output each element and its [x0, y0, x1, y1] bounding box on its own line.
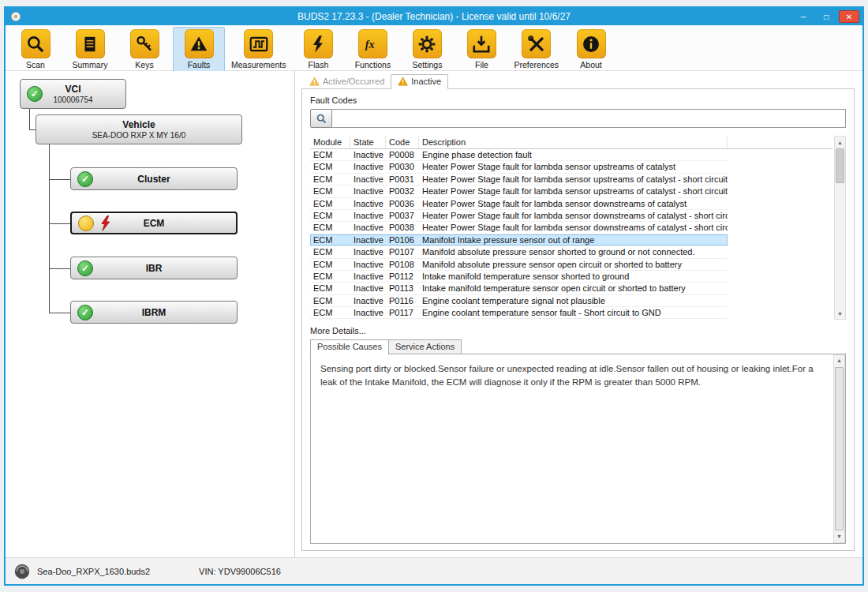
status-warning-icon	[78, 215, 94, 231]
table-row[interactable]: ECM Inactive P0031 Heater Power Stage fa…	[310, 174, 728, 185]
toolbar-functions[interactable]: fx Functions	[347, 28, 398, 71]
tab-service-actions[interactable]: Service Actions	[388, 339, 462, 354]
toolbar-about[interactable]: About	[566, 28, 616, 71]
toolbar-summary[interactable]: Summary	[65, 28, 115, 71]
table-row[interactable]: ECM Inactive P0008 Engine phase detectio…	[310, 149, 728, 161]
column-header-state[interactable]: State	[350, 136, 386, 148]
toolbar-label: Scan	[26, 60, 45, 69]
toolbar-measurements[interactable]: Measurements	[228, 28, 289, 71]
cell-description: Engine coolant temperature signal not pl…	[419, 295, 728, 306]
titlebar[interactable]: BUDS2 17.23.3 - (Dealer Technician) - Li…	[6, 8, 862, 25]
details-text: Sensing port dirty or blocked.Sensor fai…	[320, 364, 814, 387]
summary-icon	[76, 29, 105, 58]
node-title: IBRM	[142, 307, 166, 318]
tree-node-ibr[interactable]: ✓ IBR	[70, 257, 238, 279]
toolbar-faults[interactable]: Faults	[174, 28, 224, 71]
scroll-up-icon[interactable]: ▲	[835, 137, 845, 148]
cell-state: Inactive	[350, 161, 386, 172]
maximize-button[interactable]: □	[816, 10, 836, 23]
column-header-filler	[728, 136, 832, 148]
scroll-down-icon[interactable]: ▼	[834, 531, 844, 542]
measurements-icon	[244, 29, 273, 58]
table-row[interactable]: ECM Inactive P0112 Intake manifold tempe…	[310, 271, 728, 283]
tree-connector	[49, 179, 70, 180]
table-row[interactable]: ECM Inactive P0116 Engine coolant temper…	[310, 295, 728, 307]
fault-codes-title: Fault Codes	[310, 96, 846, 105]
toolbar-flash[interactable]: Flash	[293, 28, 343, 71]
scrollbar-thumb[interactable]	[836, 148, 844, 183]
scan-icon	[21, 29, 51, 58]
flash-icon	[304, 29, 333, 58]
cell-description: Heater Power Stage fault for lambda sens…	[419, 161, 728, 172]
toolbar-file[interactable]: File	[456, 28, 507, 71]
tab-active-occurred[interactable]: Active/Occurred	[303, 75, 391, 88]
tree-node-vci[interactable]: ✓ VCI 100006754	[20, 79, 126, 109]
minimize-button[interactable]: ─	[793, 10, 814, 23]
node-title: IBR	[146, 263, 163, 274]
cell-code: P0117	[386, 307, 419, 318]
tree-node-ecm[interactable]: ECM	[70, 212, 238, 234]
cell-state: Inactive	[350, 295, 386, 306]
table-row[interactable]: ECM Inactive P0107 Manifold absolute pre…	[310, 246, 728, 258]
toolbar-preferences[interactable]: Preferences	[511, 28, 562, 71]
tab-label: Inactive	[411, 77, 441, 86]
table-row[interactable]: ECM Inactive P0030 Heater Power Stage fa…	[310, 161, 728, 173]
node-title: Vehicle	[122, 119, 155, 130]
functions-icon: fx	[358, 29, 387, 58]
table-row[interactable]: ECM Inactive P0036 Heater Power Stage fa…	[310, 198, 728, 210]
fault-search-input[interactable]	[332, 109, 846, 128]
table-row[interactable]: ECM Inactive P0032 Heater Power Stage fa…	[310, 185, 728, 197]
cell-state: Inactive	[350, 271, 386, 282]
toolbar-label: Faults	[188, 60, 211, 69]
cell-description: Heater Power Stage fault for lambda sens…	[419, 210, 728, 221]
column-header-code[interactable]: Code	[386, 136, 419, 148]
tree-connector	[49, 313, 70, 313]
table-row[interactable]: ECM Inactive P0037 Heater Power Stage fa…	[310, 210, 728, 222]
cell-module: ECM	[310, 174, 350, 185]
table-row[interactable]: ECM Inactive P0106 Manifold Intake press…	[310, 234, 728, 246]
toolbar-scan[interactable]: Scan	[10, 28, 61, 71]
cell-state: Inactive	[350, 259, 386, 270]
cell-state: Inactive	[350, 174, 386, 185]
scroll-up-icon[interactable]: ▲	[834, 355, 844, 366]
search-button[interactable]	[310, 109, 332, 128]
details-scrollbar[interactable]: ▲ ▼	[833, 354, 845, 543]
fault-search-row	[310, 109, 846, 128]
cell-code: P0112	[386, 271, 419, 282]
fault-table-rows: ECM Inactive P0008 Engine phase detectio…	[310, 149, 832, 319]
tab-possible-causes[interactable]: Possible Causes	[310, 339, 389, 354]
cell-code: P0037	[386, 210, 419, 221]
column-header-description[interactable]: Description	[419, 136, 728, 148]
column-header-module[interactable]: Module	[310, 136, 350, 148]
fault-table-header[interactable]: Module State Code Description	[310, 136, 832, 149]
table-row[interactable]: ECM Inactive P0117 Engine coolant temper…	[310, 307, 728, 319]
cell-description: Intake manifold temperature sensor short…	[419, 271, 728, 282]
status-ok-icon: ✓	[77, 260, 93, 276]
cell-state: Inactive	[350, 185, 386, 197]
toolbar-label: About	[580, 60, 601, 69]
statusbar: Sea-Doo_RXPX_1630.buds2 VIN: YDV99006C51…	[6, 557, 862, 584]
warning-icon	[309, 77, 320, 86]
cell-description: Heater Power Stage fault for lambda sens…	[419, 174, 728, 185]
toolbar-keys[interactable]: Keys	[119, 28, 170, 71]
tree-node-vehicle[interactable]: Vehicle SEA-DOO RXP X MY 16/0	[36, 114, 242, 144]
toolbar-label: Settings	[412, 60, 442, 69]
tree-node-ibrm[interactable]: ✓ IBRM	[70, 301, 238, 324]
warning-icon	[398, 77, 408, 86]
more-details-label: More Details...	[310, 326, 846, 335]
fault-codes-groupbox: Fault Codes Module State Code Descriptio…	[301, 88, 855, 551]
fault-table-scrollbar[interactable]: ▲ ▼	[834, 136, 846, 320]
cell-module: ECM	[310, 161, 350, 172]
toolbar-settings[interactable]: Settings	[402, 28, 452, 71]
cell-state: Inactive	[350, 149, 386, 160]
tree-node-cluster[interactable]: ✓ Cluster	[70, 167, 238, 190]
table-row[interactable]: ECM Inactive P0108 Manifold absolute pre…	[310, 259, 728, 271]
cell-module: ECM	[310, 246, 350, 257]
tab-inactive[interactable]: Inactive	[391, 74, 448, 89]
table-row[interactable]: ECM Inactive P0113 Intake manifold tempe…	[310, 283, 728, 294]
scroll-down-icon[interactable]: ▼	[835, 308, 845, 319]
table-row[interactable]: ECM Inactive P0038 Heater Power Stage fa…	[310, 222, 728, 234]
close-button[interactable]: ✕	[839, 10, 859, 23]
scrollbar-thumb[interactable]	[835, 367, 844, 530]
cell-state: Inactive	[350, 246, 386, 257]
